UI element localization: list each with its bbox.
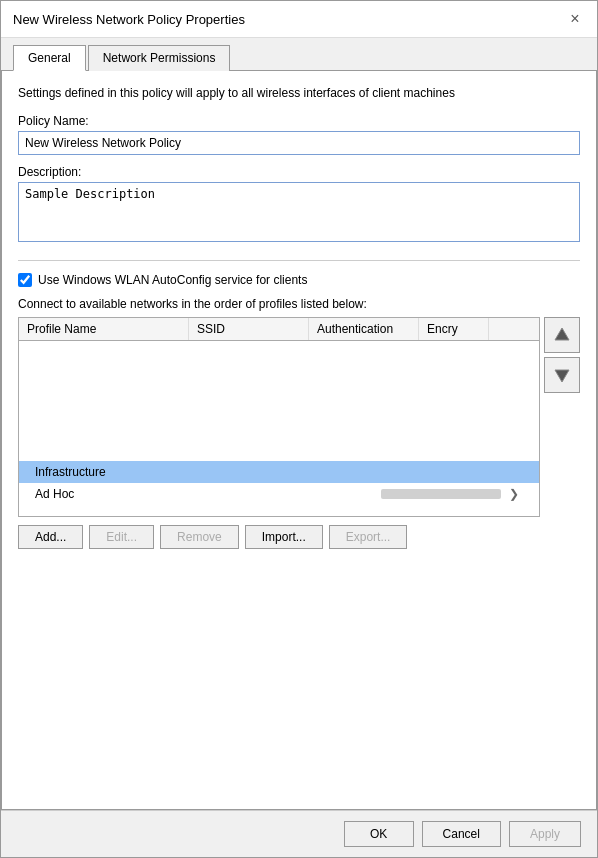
svg-marker-0 [555, 328, 569, 340]
profiles-table-area: Profile Name SSID Authentication Encry I… [18, 317, 580, 517]
col-header-auth: Authentication [309, 318, 419, 340]
wlan-autoconfig-label: Use Windows WLAN AutoConfig service for … [38, 273, 307, 287]
arrow-up-icon [553, 326, 571, 344]
apply-button[interactable]: Apply [509, 821, 581, 847]
remove-button[interactable]: Remove [160, 525, 239, 549]
tab-bar: General Network Permissions [1, 38, 597, 71]
table-header: Profile Name SSID Authentication Encry [19, 318, 539, 341]
tab-network-permissions[interactable]: Network Permissions [88, 45, 231, 71]
connect-label: Connect to available networks in the ord… [18, 297, 580, 311]
edit-button[interactable]: Edit... [89, 525, 154, 549]
infra-label: Infrastructure [27, 465, 197, 479]
tab-general[interactable]: General [13, 45, 86, 71]
tab-content-general: Settings defined in this policy will app… [1, 71, 597, 810]
svg-marker-1 [555, 370, 569, 382]
profiles-table: Profile Name SSID Authentication Encry I… [18, 317, 540, 517]
close-button[interactable]: × [565, 9, 585, 29]
table-row-infrastructure[interactable]: Infrastructure [19, 461, 539, 483]
footer: OK Cancel Apply [1, 810, 597, 857]
dialog: New Wireless Network Policy Properties ×… [0, 0, 598, 858]
col-header-profile: Profile Name [19, 318, 189, 340]
table-row-adhoc[interactable]: Ad Hoc ❯ [19, 483, 539, 505]
table-body: Infrastructure Ad Hoc ❯ [19, 341, 539, 516]
cancel-button[interactable]: Cancel [422, 821, 501, 847]
separator [18, 260, 580, 261]
policy-name-label: Policy Name: [18, 114, 580, 128]
side-buttons [544, 317, 580, 393]
col-header-encry: Encry [419, 318, 489, 340]
action-buttons: Add... Edit... Remove Import... Export..… [18, 525, 580, 549]
add-button[interactable]: Add... [18, 525, 83, 549]
dialog-title: New Wireless Network Policy Properties [13, 12, 245, 27]
description-label: Description: [18, 165, 580, 179]
title-bar: New Wireless Network Policy Properties × [1, 1, 597, 38]
move-down-button[interactable] [544, 357, 580, 393]
col-header-ssid: SSID [189, 318, 309, 340]
arrow-down-icon [553, 366, 571, 384]
ok-button[interactable]: OK [344, 821, 414, 847]
adhoc-label: Ad Hoc [27, 487, 197, 501]
policy-name-input[interactable] [18, 131, 580, 155]
description-textarea[interactable]: Sample Description [18, 182, 580, 242]
export-button[interactable]: Export... [329, 525, 408, 549]
wlan-autoconfig-checkbox[interactable] [18, 273, 32, 287]
wlan-autoconfig-row: Use Windows WLAN AutoConfig service for … [18, 273, 580, 287]
import-button[interactable]: Import... [245, 525, 323, 549]
chevron-right-icon: ❯ [509, 487, 519, 501]
move-up-button[interactable] [544, 317, 580, 353]
info-text: Settings defined in this policy will app… [18, 85, 580, 102]
